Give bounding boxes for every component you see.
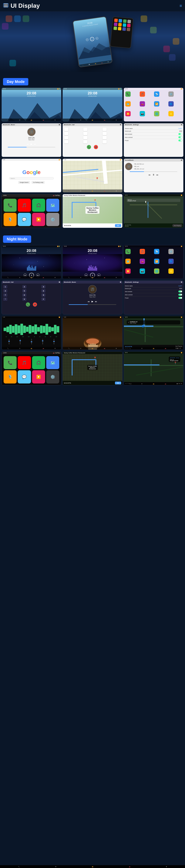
cp-messages[interactable]: 💬 bbox=[18, 213, 31, 226]
app-misc[interactable]: 🌐 bbox=[154, 111, 159, 116]
key-6[interactable]: 6 bbox=[103, 132, 107, 135]
app-music[interactable]: 🎵 bbox=[140, 91, 145, 97]
key-star[interactable]: * bbox=[64, 140, 68, 144]
night-app-waze[interactable]: 🚗 bbox=[140, 259, 145, 264]
night-cp-youtube[interactable]: ▶️ bbox=[32, 370, 45, 383]
night-app-settings[interactable]: ⚙️ bbox=[168, 249, 174, 254]
night-key-6[interactable]: 6 bbox=[41, 289, 46, 292]
night-cp-settings[interactable]: ⚙️ bbox=[46, 370, 59, 383]
lm-play[interactable]: ⏸ bbox=[152, 174, 155, 176]
key-0[interactable]: 0 bbox=[83, 140, 87, 144]
bt-play[interactable]: ▶ bbox=[31, 143, 32, 145]
night-bottom-2: 📞✉📻🚗⚙ bbox=[63, 276, 122, 279]
google-lucky-btn[interactable]: I'm Feeling Lucky bbox=[31, 181, 45, 184]
night-cp-maps[interactable]: 🗺️ bbox=[46, 356, 59, 369]
night-auto-connect-row[interactable]: Auto connect bbox=[125, 293, 182, 297]
key-hash[interactable]: # bbox=[103, 140, 107, 144]
track-3[interactable]: 华夏_花好_302.mp3 bbox=[134, 168, 182, 170]
app-bt[interactable]: 📡 bbox=[154, 91, 159, 97]
app-phone[interactable]: 📞 bbox=[125, 91, 131, 97]
power-row[interactable]: Power bbox=[125, 139, 182, 142]
status-bar-apps: 12:41📶 bbox=[124, 88, 183, 90]
night-app-yt[interactable]: ▶️ bbox=[125, 269, 131, 274]
night-power-row[interactable]: Power bbox=[125, 297, 182, 300]
bt-prev[interactable]: ⏮ bbox=[27, 143, 29, 145]
auto-connect-row[interactable]: Auto connect bbox=[125, 136, 182, 139]
cp-phone[interactable]: 📞 bbox=[4, 199, 17, 212]
key-8[interactable]: 8 bbox=[83, 136, 87, 139]
night-key-8[interactable]: 8 bbox=[22, 293, 26, 297]
night-app-music[interactable]: 🎵 bbox=[140, 249, 145, 254]
cp-spotify[interactable]: 🎧 bbox=[32, 199, 45, 212]
night-nav-route-screen: Sunny Coffee Western Restaurant 📍 Sunny … bbox=[62, 351, 122, 385]
night-go-button[interactable]: GO bbox=[115, 381, 121, 384]
key-4[interactable]: 4 bbox=[64, 132, 68, 135]
night-key-3[interactable]: 3 bbox=[41, 285, 46, 288]
night-key-0[interactable]: 0 bbox=[22, 298, 26, 301]
night-app-misc2[interactable]: ⭐ bbox=[168, 269, 174, 274]
night-bt-next[interactable]: ⏭ bbox=[95, 301, 97, 303]
track-1[interactable]: 华夏_花好月圆.mp3 bbox=[134, 163, 182, 165]
night-key-2[interactable]: 2 bbox=[22, 285, 26, 288]
night-cp-phone[interactable]: 📞 bbox=[4, 356, 17, 369]
night-track-title: Music Title bbox=[89, 294, 96, 296]
night-app-bt[interactable]: 📡 bbox=[154, 249, 159, 254]
app-waze[interactable]: 🚗 bbox=[140, 101, 145, 106]
night-cp-messages[interactable]: 💬 bbox=[18, 370, 31, 383]
google-search-btn[interactable]: Google Search bbox=[18, 181, 30, 184]
cp-podcast[interactable]: 🎙️ bbox=[4, 213, 17, 226]
night-key-hash[interactable]: # bbox=[41, 298, 46, 301]
night-apps-status: 12:41📶 bbox=[124, 245, 183, 247]
hero-section: 20:08 A stunning display of detail ⏮ ⏸ ⏭… bbox=[0, 12, 185, 72]
cp-maps[interactable]: 🗺️ bbox=[46, 199, 59, 212]
cp-music[interactable]: 🎵 bbox=[18, 199, 31, 212]
night-end-call-btn[interactable]: 📵 bbox=[33, 302, 37, 307]
end-call-btn[interactable]: 📵 bbox=[94, 145, 98, 149]
night-bt-prev[interactable]: ⏮ bbox=[88, 301, 90, 303]
bt-next[interactable]: ⏭ bbox=[34, 143, 36, 145]
app-bt2[interactable]: 📶 bbox=[154, 101, 159, 106]
night-call-btn[interactable]: 📞 bbox=[26, 302, 30, 307]
hamburger-menu-icon[interactable]: ≡ bbox=[180, 3, 182, 8]
app-misc2[interactable]: ⭐ bbox=[168, 111, 174, 116]
night-key-5[interactable]: 5 bbox=[22, 289, 26, 292]
night-key-1[interactable]: 1 bbox=[3, 285, 7, 288]
lm-next[interactable]: ⏭ bbox=[157, 174, 158, 176]
lm-prev[interactable]: ⏮ bbox=[149, 174, 151, 176]
night-auto-answer-row[interactable]: Auto answer bbox=[125, 290, 182, 293]
night-bt-play[interactable]: ▶ bbox=[91, 300, 93, 303]
key-2[interactable]: 2 bbox=[83, 128, 87, 131]
key-9[interactable]: 9 bbox=[103, 136, 107, 139]
app-yt[interactable]: ▶️ bbox=[125, 111, 131, 116]
night-key-7[interactable]: 7 bbox=[3, 293, 7, 297]
night-cp-podcast[interactable]: 🎙️ bbox=[4, 370, 17, 383]
night-app-misc[interactable]: 🌐 bbox=[154, 269, 159, 274]
call-btn[interactable]: 📞 bbox=[87, 145, 91, 149]
cp-youtube[interactable]: ▶️ bbox=[32, 213, 45, 226]
app-etc[interactable]: 🔵 bbox=[168, 101, 174, 106]
app-cam[interactable]: 📷 bbox=[140, 111, 145, 116]
night-app-phone[interactable]: 📞 bbox=[125, 249, 131, 254]
app-nav[interactable]: 🗺️ bbox=[125, 101, 131, 106]
night-app-bt2[interactable]: 📶 bbox=[154, 259, 159, 264]
night-app-nav[interactable]: 🗺️ bbox=[125, 259, 131, 264]
go-button[interactable]: GO bbox=[115, 224, 121, 227]
google-search-bar[interactable]: Search... bbox=[9, 177, 54, 180]
key-3[interactable]: 3 bbox=[103, 128, 107, 131]
key-7[interactable]: 7 bbox=[64, 136, 68, 139]
key-1[interactable]: 1 bbox=[64, 128, 68, 131]
night-key-9[interactable]: 9 bbox=[41, 293, 46, 297]
night-app-cam[interactable]: 📷 bbox=[140, 269, 145, 274]
night-key-4[interactable]: 4 bbox=[3, 289, 7, 292]
night-cp-music[interactable]: 🎵 bbox=[18, 356, 31, 369]
night-nav-car: 🔵 bbox=[141, 325, 144, 328]
night-cp-spotify[interactable]: 🎧 bbox=[32, 356, 45, 369]
key-5[interactable]: 5 bbox=[83, 132, 87, 135]
app-settings[interactable]: ⚙️ bbox=[168, 91, 174, 97]
auto-answer-row[interactable]: Auto answer bbox=[125, 132, 182, 136]
track-2[interactable]: 华夏_mp3 bbox=[134, 165, 182, 168]
night-key-star[interactable]: * bbox=[3, 298, 7, 301]
menu-icon[interactable] bbox=[3, 2, 9, 9]
night-app-etc[interactable]: 🔵 bbox=[168, 259, 174, 264]
cp-settings[interactable]: ⚙️ bbox=[46, 213, 59, 226]
